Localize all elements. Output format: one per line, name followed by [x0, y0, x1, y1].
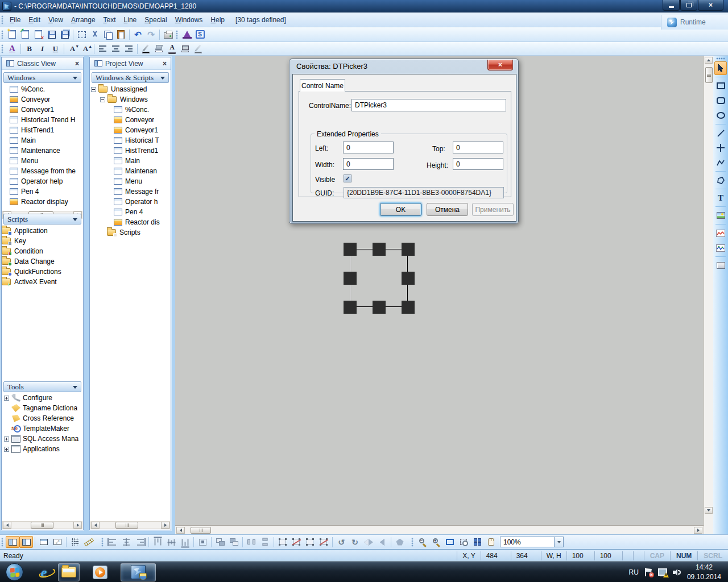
expander-icon[interactable]	[4, 396, 9, 401]
canvas-vertical-scrollbar[interactable]	[704, 56, 713, 534]
align-left-button[interactable]	[106, 536, 119, 548]
close-panel-icon[interactable]: ×	[161, 60, 168, 68]
pointer-tool[interactable]	[714, 61, 727, 75]
paste-button[interactable]	[114, 28, 127, 41]
list-item[interactable]: Operator help	[2, 176, 83, 186]
dropdown-button[interactable]	[554, 537, 563, 547]
text-tool[interactable]: T	[714, 191, 727, 205]
align-text-left-button[interactable]	[96, 43, 109, 55]
toolbar-grip[interactable]	[1, 538, 4, 547]
tree-item[interactable]: HistTrend1	[90, 146, 171, 156]
historical-trend-tool[interactable]	[714, 241, 727, 255]
select-mode-button[interactable]	[75, 28, 88, 41]
scroll-right-icon[interactable]	[694, 527, 702, 534]
list-item[interactable]: Menu	[2, 156, 83, 166]
align-middle-button[interactable]	[164, 536, 178, 548]
left-input[interactable]	[343, 142, 394, 153]
close-panel-icon[interactable]: ×	[73, 60, 81, 68]
zoom-level-combo[interactable]: 100%	[500, 537, 564, 547]
transparent-color-button[interactable]	[192, 43, 205, 55]
list-item[interactable]: Condition	[2, 246, 83, 256]
list-item[interactable]: Conveyor1	[2, 105, 83, 115]
tree-item[interactable]: Menu	[90, 176, 171, 186]
tree-item-scripts[interactable]: Scripts	[90, 227, 171, 238]
rotate-clockwise-button[interactable]: ↻	[348, 536, 362, 548]
selection-handle-sw[interactable]	[344, 301, 357, 314]
scroll-left-icon[interactable]	[3, 522, 11, 529]
open-window-button[interactable]: ➚	[19, 28, 32, 41]
align-top-button[interactable]	[151, 536, 164, 548]
tree-item[interactable]: Main	[90, 156, 171, 166]
list-item[interactable]: Key	[2, 236, 83, 246]
zoom-out-button[interactable]: −	[416, 536, 429, 548]
new-window-button[interactable]: ✶	[6, 28, 19, 41]
list-item[interactable]: Message from the	[2, 166, 83, 176]
list-item[interactable]: Applications	[3, 444, 82, 454]
control-name-input[interactable]	[351, 99, 506, 111]
scroll-down-icon[interactable]	[705, 507, 713, 514]
list-item[interactable]: Main	[2, 135, 83, 146]
toolbar-grip[interactable]	[1, 44, 4, 53]
delete-window-button[interactable]: x	[32, 28, 45, 41]
menu-help[interactable]: Help	[206, 14, 229, 26]
ruler-button[interactable]	[82, 536, 96, 548]
list-item[interactable]: Pen 4	[2, 186, 83, 197]
tab-control-name[interactable]: Control Name	[300, 79, 345, 92]
menu-line[interactable]: Line	[120, 14, 141, 26]
minimize-button[interactable]	[663, 0, 680, 11]
tile-button[interactable]	[470, 536, 484, 548]
taskbar-media-player[interactable]	[89, 563, 111, 581]
close-button[interactable]: ×	[698, 0, 723, 11]
tools-section-dropdown[interactable]: Tools	[3, 381, 81, 392]
tree-item[interactable]: %Conc.	[90, 105, 171, 115]
start-button[interactable]	[6, 563, 23, 581]
taskbar-windows-explorer[interactable]	[58, 563, 80, 581]
text-color-button[interactable]: A	[166, 43, 179, 55]
ok-button[interactable]: OK	[380, 203, 421, 216]
bring-to-front-button[interactable]	[227, 536, 241, 548]
align-right-button[interactable]	[133, 536, 147, 548]
visible-checkbox[interactable]: ✓	[344, 174, 351, 182]
line-color-button[interactable]	[139, 43, 152, 55]
tree-item-windows[interactable]: Windows	[90, 94, 171, 105]
expander-icon[interactable]	[4, 447, 9, 452]
list-item[interactable]: Cross Reference	[3, 413, 82, 423]
scroll-thumb[interactable]	[705, 67, 713, 83]
toolbar-grip[interactable]	[101, 538, 104, 547]
underline-button[interactable]: U	[49, 43, 62, 55]
tree-item[interactable]: Message fr	[90, 186, 171, 197]
window-normal-button[interactable]	[37, 536, 51, 548]
fonts-button[interactable]: A	[6, 43, 19, 55]
align-text-center-button[interactable]	[109, 43, 122, 55]
collapse-icon[interactable]	[100, 97, 105, 102]
width-input[interactable]	[343, 158, 394, 170]
selected-object-outline[interactable]	[350, 249, 408, 307]
toggle-classic-view-button[interactable]	[6, 536, 19, 548]
scroll-up-icon[interactable]	[705, 57, 713, 64]
scroll-right-icon[interactable]	[161, 522, 169, 529]
top-input[interactable]	[453, 142, 503, 153]
break-symbol-button[interactable]	[289, 536, 303, 548]
list-item[interactable]: SQL Access Mana	[3, 434, 82, 444]
toolbar-grip[interactable]	[1, 30, 4, 39]
menu-file[interactable]: File	[6, 14, 24, 26]
language-indicator[interactable]: RU	[629, 568, 639, 576]
dialog-close-button[interactable]: ×	[487, 60, 513, 70]
network-icon[interactable]	[658, 568, 667, 576]
taskbar-intouch-windowmaker[interactable]	[121, 563, 156, 581]
list-item[interactable]: Conveyor	[2, 94, 83, 105]
toolbar-grip[interactable]	[1, 15, 4, 24]
reduce-font-button[interactable]: A▼	[66, 43, 79, 55]
rounded-rectangle-tool[interactable]	[714, 94, 727, 107]
make-cell-button[interactable]	[303, 536, 317, 548]
copy-button[interactable]	[101, 28, 114, 41]
selection-handle-se[interactable]	[402, 301, 415, 314]
selection-handle-e[interactable]	[402, 272, 415, 285]
menu-edit[interactable]: Edit	[24, 14, 44, 26]
menu-text[interactable]: Text	[100, 14, 120, 26]
cut-button[interactable]	[88, 28, 101, 41]
rectangle-tool[interactable]	[714, 79, 727, 93]
print-button[interactable]	[162, 28, 175, 41]
scroll-thumb[interactable]	[191, 527, 211, 534]
windows-section-dropdown[interactable]: Windows	[3, 72, 81, 83]
